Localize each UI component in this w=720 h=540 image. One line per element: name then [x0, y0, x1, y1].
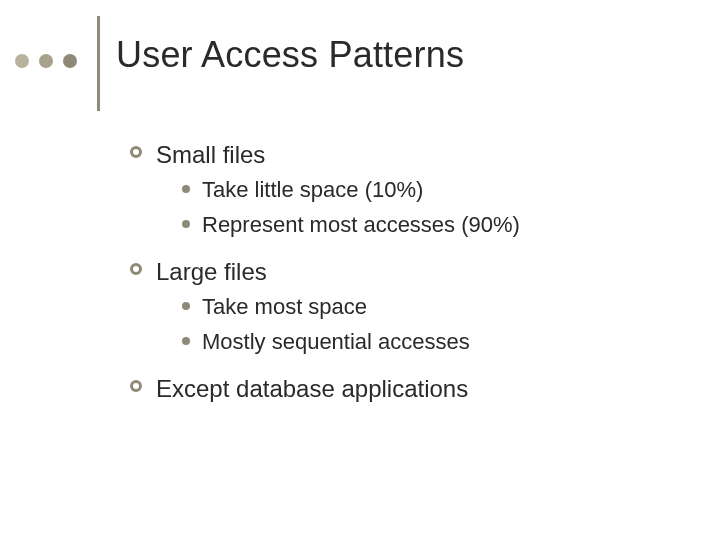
decor-dot-icon — [39, 54, 53, 68]
list-item: Except database applications — [130, 374, 690, 404]
solid-bullet-icon — [182, 337, 190, 345]
level2-item: Mostly sequential accesses — [182, 328, 690, 357]
hollow-bullet-icon — [130, 380, 142, 392]
level2-label: Take little space (10%) — [202, 176, 423, 205]
solid-bullet-icon — [182, 220, 190, 228]
decor-vertical-line — [97, 16, 100, 111]
slide: User Access Patterns Small files Take li… — [0, 0, 720, 540]
level1-label: Large files — [156, 257, 267, 287]
level1-label: Except database applications — [156, 374, 468, 404]
level1-item: Except database applications — [130, 374, 690, 404]
decor-dot-icon — [63, 54, 77, 68]
level2-item: Represent most accesses (90%) — [182, 211, 690, 240]
level2-item: Take most space — [182, 293, 690, 322]
list-item: Large files Take most space Mostly seque… — [130, 257, 690, 356]
level2-item: Take little space (10%) — [182, 176, 690, 205]
decor-dot-icon — [15, 54, 29, 68]
level2-label: Represent most accesses (90%) — [202, 211, 520, 240]
slide-content: Small files Take little space (10%) Repr… — [130, 140, 690, 404]
hollow-bullet-icon — [130, 146, 142, 158]
hollow-bullet-icon — [130, 263, 142, 275]
list-item: Small files Take little space (10%) Repr… — [130, 140, 690, 239]
title-decoration — [15, 54, 87, 68]
level1-label: Small files — [156, 140, 265, 170]
level1-item: Large files — [130, 257, 690, 287]
level1-item: Small files — [130, 140, 690, 170]
slide-title: User Access Patterns — [116, 34, 464, 76]
level2-label: Take most space — [202, 293, 367, 322]
solid-bullet-icon — [182, 302, 190, 310]
solid-bullet-icon — [182, 185, 190, 193]
level2-label: Mostly sequential accesses — [202, 328, 470, 357]
